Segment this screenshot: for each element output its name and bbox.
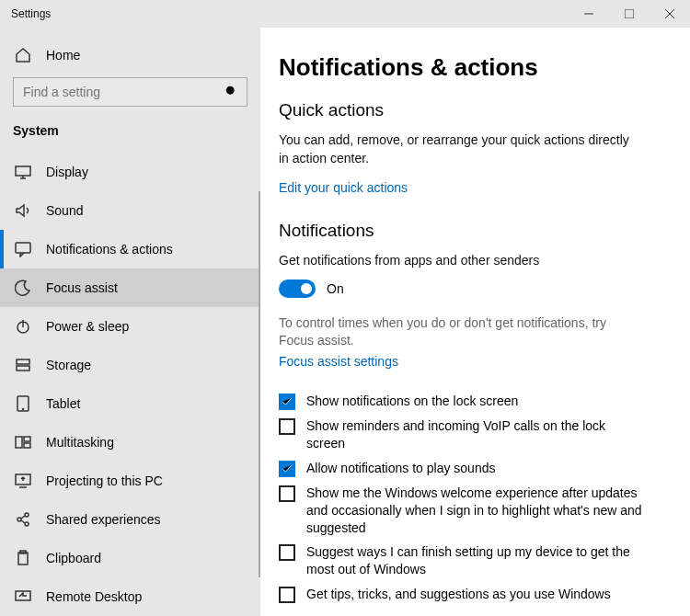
- home-nav[interactable]: Home: [0, 40, 260, 70]
- focus-assist-link[interactable]: Focus assist settings: [279, 354, 398, 369]
- check-welcome-experience[interactable]: [279, 485, 295, 502]
- sidebar-item-label: Storage: [46, 358, 91, 372]
- sidebar-item-remote[interactable]: Remote Desktop: [0, 577, 260, 616]
- check-label: Show me the Windows welcome experience a…: [306, 485, 647, 537]
- sidebar-item-projecting[interactable]: Projecting to this PC: [0, 462, 260, 500]
- sidebar-item-focus-assist[interactable]: Focus assist: [0, 268, 260, 307]
- check-finish-setup[interactable]: [279, 544, 295, 561]
- search-input[interactable]: [14, 85, 247, 99]
- sidebar: Home System Display Sound Notifications …: [0, 28, 260, 616]
- notifications-heading: Notifications: [279, 221, 664, 241]
- sidebar-item-tablet[interactable]: Tablet: [0, 384, 260, 423]
- notifications-toggle-state: On: [327, 281, 344, 296]
- check-label: Suggest ways I can finish setting up my …: [306, 543, 647, 578]
- sidebar-section-title: System: [0, 110, 260, 143]
- sound-icon: [15, 202, 31, 219]
- sidebar-item-notifications[interactable]: Notifications & actions: [0, 230, 260, 268]
- sidebar-item-shared[interactable]: Shared experiences: [0, 500, 260, 539]
- sidebar-item-label: Tablet: [46, 396, 80, 411]
- sidebar-scrollbar[interactable]: [257, 191, 260, 616]
- clipboard-icon: [15, 550, 31, 566]
- sidebar-item-multitasking[interactable]: Multitasking: [0, 423, 260, 462]
- sidebar-item-display[interactable]: Display: [0, 153, 260, 191]
- power-icon: [15, 318, 31, 335]
- sidebar-nav: Display Sound Notifications & actions Fo…: [0, 153, 260, 616]
- check-label: Show reminders and incoming VoIP calls o…: [306, 417, 647, 452]
- minimize-button[interactable]: [569, 0, 609, 28]
- sidebar-item-label: Notifications & actions: [46, 242, 173, 257]
- moon-icon: [15, 279, 31, 296]
- check-tips-tricks[interactable]: [279, 587, 295, 603]
- share-icon: [15, 511, 31, 528]
- sidebar-item-label: Sound: [46, 203, 83, 218]
- edit-quick-actions-link[interactable]: Edit your quick actions: [279, 180, 408, 195]
- sidebar-item-label: Remote Desktop: [46, 589, 142, 604]
- sidebar-item-label: Shared experiences: [46, 512, 161, 527]
- maximize-button[interactable]: [609, 0, 650, 28]
- sidebar-item-power[interactable]: Power & sleep: [0, 307, 260, 346]
- tablet-icon: [15, 395, 31, 412]
- check-lockscreen-notifs[interactable]: [279, 394, 295, 410]
- sidebar-item-label: Clipboard: [46, 551, 101, 565]
- notifications-toggle-desc: Get notifications from apps and other se…: [279, 252, 638, 270]
- sidebar-item-label: Display: [46, 165, 88, 179]
- project-icon: [15, 473, 31, 489]
- notifications-toggle[interactable]: [279, 279, 316, 298]
- sidebar-item-storage[interactable]: Storage: [0, 346, 260, 384]
- check-label: Get tips, tricks, and suggestions as you…: [306, 586, 611, 603]
- page-title: Notifications & actions: [279, 53, 664, 82]
- focus-assist-desc: To control times when you do or don't ge…: [279, 314, 638, 350]
- sidebar-item-label: Focus assist: [46, 280, 118, 295]
- search-box[interactable]: [13, 77, 247, 107]
- home-icon: [15, 47, 31, 63]
- sidebar-item-clipboard[interactable]: Clipboard: [0, 539, 260, 577]
- quick-actions-heading: Quick actions: [279, 100, 664, 120]
- sidebar-item-label: Multitasking: [46, 435, 114, 450]
- close-button[interactable]: [650, 0, 690, 28]
- remote-icon: [15, 588, 31, 605]
- check-notif-sounds[interactable]: [279, 461, 295, 477]
- check-voip-lockscreen[interactable]: [279, 418, 295, 435]
- comment-icon: [15, 241, 31, 257]
- content-pane: Notifications & actions Quick actions Yo…: [260, 28, 690, 616]
- quick-actions-desc: You can add, remove, or rearrange your q…: [279, 131, 638, 167]
- sidebar-item-label: Projecting to this PC: [46, 473, 163, 488]
- display-icon: [15, 164, 31, 180]
- sidebar-item-sound[interactable]: Sound: [0, 191, 260, 230]
- title-bar: Settings: [0, 0, 690, 28]
- check-label: Show notifications on the lock screen: [306, 393, 518, 410]
- window-title: Settings: [0, 7, 51, 20]
- sidebar-item-label: Power & sleep: [46, 319, 129, 334]
- check-label: Allow notifications to play sounds: [306, 460, 495, 477]
- storage-icon: [15, 357, 31, 373]
- home-label: Home: [46, 48, 80, 63]
- multitask-icon: [15, 434, 31, 451]
